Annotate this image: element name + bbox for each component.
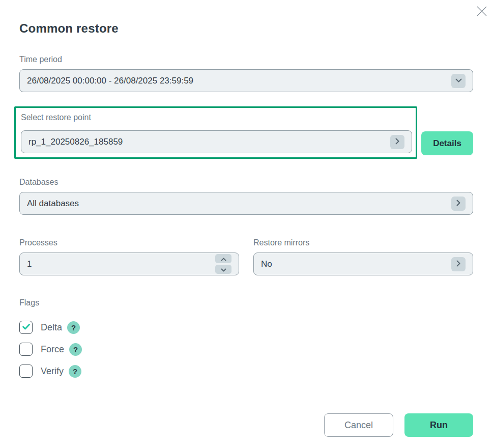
force-help-icon[interactable]: ?: [69, 343, 82, 356]
verify-checkbox[interactable]: [19, 365, 33, 378]
force-flag-label: Force: [41, 344, 64, 355]
flags-label: Flags: [19, 298, 473, 307]
common-restore-dialog: Common restore Time period 26/08/2025 00…: [0, 0, 493, 448]
databases-value: All databases: [27, 199, 451, 209]
restore-mirrors-expand-button[interactable]: [451, 257, 466, 271]
delta-help-icon[interactable]: ?: [67, 321, 80, 334]
chevron-right-icon: [456, 260, 461, 268]
processes-label: Processes: [19, 238, 239, 247]
options-row: Processes 1: [19, 238, 473, 275]
processes-column: Processes 1: [19, 238, 239, 275]
chevron-right-icon: [456, 200, 461, 208]
chevron-down-icon: [221, 266, 226, 273]
databases-expand-button[interactable]: [451, 197, 466, 211]
databases-select[interactable]: All databases: [19, 192, 473, 215]
processes-input[interactable]: 1: [19, 253, 239, 275]
time-period-value: 26/08/2025 00:00:00 - 26/08/2025 23:59:5…: [27, 76, 451, 86]
restore-point-label: Select restore point: [21, 113, 412, 122]
run-button[interactable]: Run: [404, 413, 473, 437]
databases-label: Databases: [19, 178, 473, 187]
restore-mirrors-column: Restore mirrors No: [253, 238, 473, 275]
chevron-up-icon: [221, 255, 226, 263]
checkmark-icon: [22, 323, 30, 332]
cancel-button[interactable]: Cancel: [324, 413, 393, 437]
restore-mirrors-label: Restore mirrors: [253, 238, 473, 247]
restore-point-value: rp_1_20250826_185859: [28, 137, 390, 147]
restore-mirrors-select[interactable]: No: [253, 253, 473, 275]
processes-stepper: [215, 254, 231, 274]
flag-row-force: Force ?: [19, 343, 493, 356]
close-button[interactable]: [475, 5, 488, 18]
stepper-down-button[interactable]: [215, 265, 231, 274]
verify-flag-label: Verify: [41, 366, 64, 377]
chevron-down-icon: [455, 77, 462, 85]
restore-point-highlight-box: Select restore point rp_1_20250826_18585…: [14, 106, 417, 159]
dialog-title: Common restore: [19, 21, 474, 36]
time-period-select[interactable]: 26/08/2025 00:00:00 - 26/08/2025 23:59:5…: [19, 69, 473, 92]
stepper-up-button[interactable]: [215, 254, 231, 263]
chevron-right-icon: [395, 138, 400, 146]
force-checkbox[interactable]: [19, 343, 33, 356]
details-button[interactable]: Details: [421, 131, 473, 155]
flag-row-verify: Verify ?: [19, 365, 493, 378]
time-period-dropdown-button[interactable]: [451, 74, 466, 88]
restore-point-row: Select restore point rp_1_20250826_18585…: [14, 106, 473, 159]
restore-point-select[interactable]: rp_1_20250826_185859: [21, 130, 412, 153]
delta-flag-label: Delta: [41, 322, 62, 333]
verify-help-icon[interactable]: ?: [69, 365, 81, 378]
dialog-footer: Cancel Run: [324, 413, 473, 437]
flag-row-delta: Delta ?: [19, 321, 493, 334]
delta-checkbox[interactable]: [19, 321, 33, 334]
time-period-label: Time period: [19, 55, 473, 64]
restore-mirrors-value: No: [261, 259, 451, 269]
close-icon: [476, 6, 487, 18]
processes-value: 1: [27, 259, 215, 269]
restore-point-expand-button[interactable]: [390, 135, 404, 149]
